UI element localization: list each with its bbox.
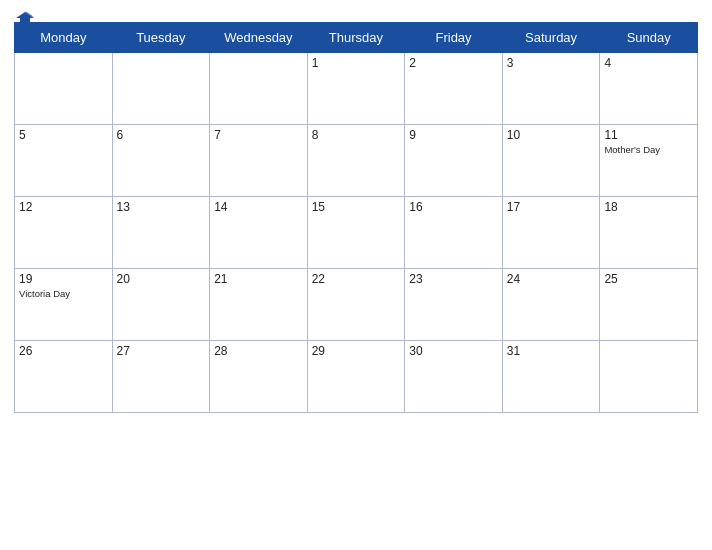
calendar-cell: 5	[15, 125, 113, 197]
calendar-cell: 7	[210, 125, 308, 197]
holiday-label: Victoria Day	[19, 288, 108, 299]
weekday-header-saturday: Saturday	[502, 23, 600, 53]
weekday-header-tuesday: Tuesday	[112, 23, 210, 53]
calendar-cell: 12	[15, 197, 113, 269]
logo-bird-icon	[16, 10, 34, 26]
day-number: 17	[507, 200, 596, 214]
calendar-cell: 23	[405, 269, 503, 341]
day-number: 24	[507, 272, 596, 286]
day-number: 9	[409, 128, 498, 142]
calendar-cell	[210, 53, 308, 125]
calendar-cell: 3	[502, 53, 600, 125]
day-number: 27	[117, 344, 206, 358]
calendar-cell: 24	[502, 269, 600, 341]
day-number: 2	[409, 56, 498, 70]
day-number: 22	[312, 272, 401, 286]
svg-marker-0	[16, 12, 34, 25]
day-number: 16	[409, 200, 498, 214]
calendar-cell: 14	[210, 197, 308, 269]
calendar-cell: 28	[210, 341, 308, 413]
day-number: 15	[312, 200, 401, 214]
day-number: 13	[117, 200, 206, 214]
calendar-cell: 15	[307, 197, 405, 269]
day-number: 31	[507, 344, 596, 358]
day-number: 14	[214, 200, 303, 214]
day-number: 18	[604, 200, 693, 214]
holiday-label: Mother's Day	[604, 144, 693, 155]
calendar-cell: 29	[307, 341, 405, 413]
day-number: 21	[214, 272, 303, 286]
calendar-cell: 2	[405, 53, 503, 125]
weekday-header-thursday: Thursday	[307, 23, 405, 53]
day-number: 11	[604, 128, 693, 142]
calendar-cell: 10	[502, 125, 600, 197]
weekday-header-row: MondayTuesdayWednesdayThursdayFridaySatu…	[15, 23, 698, 53]
calendar-cell: 26	[15, 341, 113, 413]
calendar-cell: 25	[600, 269, 698, 341]
logo-container	[14, 10, 34, 26]
calendar-cell: 6	[112, 125, 210, 197]
weekday-header-friday: Friday	[405, 23, 503, 53]
calendar-cell: 1	[307, 53, 405, 125]
calendar-tbody: 1234567891011Mother's Day121314151617181…	[15, 53, 698, 413]
day-number: 8	[312, 128, 401, 142]
calendar-cell	[600, 341, 698, 413]
calendar-cell	[15, 53, 113, 125]
day-number: 23	[409, 272, 498, 286]
logo-block	[14, 10, 34, 26]
day-number: 20	[117, 272, 206, 286]
day-number: 6	[117, 128, 206, 142]
calendar-thead: MondayTuesdayWednesdayThursdayFridaySatu…	[15, 23, 698, 53]
calendar-cell: 4	[600, 53, 698, 125]
calendar-week-row: 12131415161718	[15, 197, 698, 269]
calendar-cell: 11Mother's Day	[600, 125, 698, 197]
day-number: 28	[214, 344, 303, 358]
calendar-cell: 17	[502, 197, 600, 269]
calendar-cell: 22	[307, 269, 405, 341]
calendar-wrapper: MondayTuesdayWednesdayThursdayFridaySatu…	[0, 0, 712, 550]
calendar-cell: 21	[210, 269, 308, 341]
calendar-cell	[112, 53, 210, 125]
calendar-cell: 27	[112, 341, 210, 413]
calendar-header	[14, 10, 698, 18]
day-number: 12	[19, 200, 108, 214]
calendar-cell: 31	[502, 341, 600, 413]
weekday-header-monday: Monday	[15, 23, 113, 53]
day-number: 3	[507, 56, 596, 70]
weekday-header-sunday: Sunday	[600, 23, 698, 53]
day-number: 29	[312, 344, 401, 358]
calendar-cell: 19Victoria Day	[15, 269, 113, 341]
day-number: 7	[214, 128, 303, 142]
calendar-week-row: 1234	[15, 53, 698, 125]
calendar-week-row: 262728293031	[15, 341, 698, 413]
calendar-cell: 9	[405, 125, 503, 197]
calendar-cell: 20	[112, 269, 210, 341]
calendar-cell: 30	[405, 341, 503, 413]
day-number: 19	[19, 272, 108, 286]
day-number: 25	[604, 272, 693, 286]
calendar-table: MondayTuesdayWednesdayThursdayFridaySatu…	[14, 22, 698, 413]
weekday-header-wednesday: Wednesday	[210, 23, 308, 53]
day-number: 30	[409, 344, 498, 358]
logo-area	[14, 10, 34, 26]
day-number: 5	[19, 128, 108, 142]
day-number: 10	[507, 128, 596, 142]
day-number: 26	[19, 344, 108, 358]
calendar-cell: 18	[600, 197, 698, 269]
calendar-week-row: 567891011Mother's Day	[15, 125, 698, 197]
calendar-cell: 16	[405, 197, 503, 269]
day-number: 4	[604, 56, 693, 70]
calendar-week-row: 19Victoria Day202122232425	[15, 269, 698, 341]
calendar-cell: 8	[307, 125, 405, 197]
calendar-cell: 13	[112, 197, 210, 269]
day-number: 1	[312, 56, 401, 70]
